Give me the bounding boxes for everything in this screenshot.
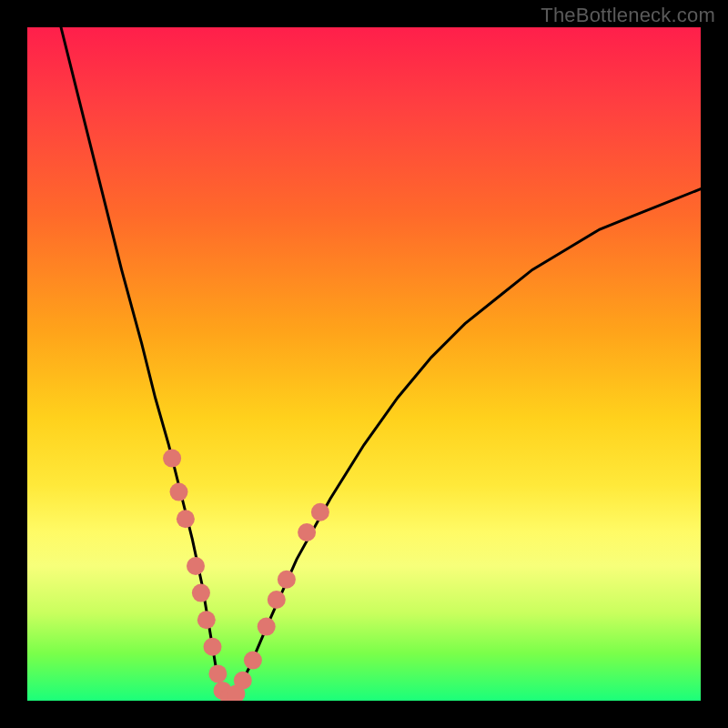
- bottleneck-curve: [61, 27, 701, 701]
- marker-point: [244, 652, 262, 670]
- curve-svg: [27, 27, 701, 701]
- marker-point: [278, 571, 296, 589]
- chart-frame: TheBottleneck.com: [0, 0, 728, 728]
- marker-point: [177, 510, 195, 528]
- marker-point: [187, 557, 205, 575]
- marker-point: [170, 483, 188, 501]
- marker-point: [197, 611, 216, 629]
- marker-point: [204, 638, 222, 656]
- marker-point: [311, 503, 329, 521]
- marker-point: [268, 591, 286, 609]
- marker-point: [192, 584, 210, 602]
- marker-point: [258, 618, 276, 636]
- marker-point: [163, 450, 181, 468]
- marker-point: [208, 664, 227, 682]
- plot-area: [27, 27, 701, 701]
- marker-point: [298, 523, 316, 541]
- watermark-text: TheBottleneck.com: [541, 4, 715, 27]
- marker-group: [163, 450, 329, 701]
- marker-point: [234, 672, 252, 690]
